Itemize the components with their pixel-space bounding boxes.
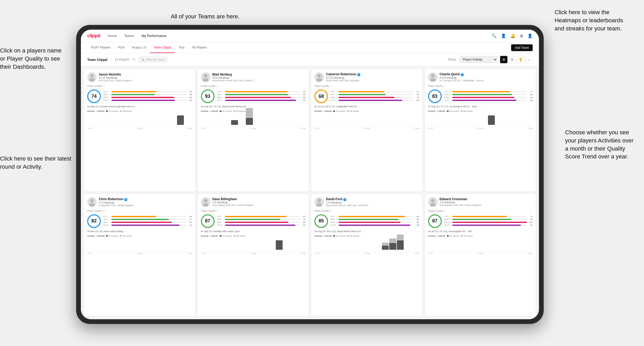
top-nav: clippd Home Teams My Performance 🔍 👤 🔔 ⊕…: [81, 30, 539, 42]
player-name[interactable]: Chris Robertson ✓: [99, 197, 192, 201]
grid-4-button[interactable]: ⊞: [500, 56, 507, 63]
annotation-top-right: Click here to view theHeatmaps or leader…: [555, 8, 623, 33]
recent-activity[interactable]: 26 Aug 23 | 84 (+12), Royal North Devon …: [314, 230, 419, 233]
quality-circle[interactable]: 87: [201, 214, 215, 228]
player-header: Aaron Nicholls 11-15 Handicap Drift Golf…: [87, 72, 192, 82]
mini-chart-canvas: [87, 113, 192, 127]
nav-item-performance[interactable]: My Performance: [142, 34, 167, 38]
sub-nav-tour[interactable]: Tour: [175, 42, 188, 53]
quality-section[interactable]: 83 OTT 77 APP 80 ARG 83 PUT: [428, 89, 533, 103]
player-info: Aaron Nicholls 11-15 Handicap Drift Golf…: [99, 73, 192, 82]
mini-chart-canvas: [314, 238, 419, 252]
player-card[interactable]: Cameron Robertson ✓ 11-15 Handicap Royal…: [311, 69, 422, 191]
player-avatar: [428, 72, 438, 82]
quality-circle[interactable]: 82: [87, 214, 101, 228]
quality-bars: OTT 89 APP 80 ARG 83 PUTT 96: [331, 215, 419, 227]
grid-3-button[interactable]: ⊟: [508, 56, 516, 63]
trophy-button[interactable]: 🏆: [517, 56, 524, 63]
quality-circle[interactable]: 68: [314, 89, 328, 103]
player-name[interactable]: Cameron Robertson ✓: [326, 72, 419, 76]
nav-item-teams[interactable]: Teams: [124, 34, 134, 38]
sub-nav-team-clippd[interactable]: Team Clippd: [150, 42, 175, 53]
player-name[interactable]: David Ford ✓: [326, 197, 419, 201]
sub-nav-all-players[interactable]: All Players: [188, 42, 211, 53]
sub-nav-pga[interactable]: PGA: [114, 42, 128, 53]
recent-activity[interactable]: 18 Jul 23 | 74 (+3), Sunningdale GC - Ol…: [428, 230, 533, 233]
recent-activity[interactable]: 26 Aug 23 | 73 (+1), Royal North Devon G…: [201, 105, 306, 108]
quality-bars: OTT 77 APP 80 ARG 83 PUTT 86: [444, 91, 533, 102]
nav-item-home[interactable]: Home: [108, 34, 117, 38]
player-card[interactable]: Chris Robertson ✓ 1-5 Handicap Craigmill…: [84, 194, 195, 316]
mini-chart-section: Activity · 1 Month On course Off course …: [314, 235, 419, 254]
quality-bars: OTT 60 APP 77 ARG 81 PUTT 91: [103, 215, 192, 227]
mini-chart-canvas: [428, 238, 533, 252]
quality-circle[interactable]: 85: [314, 214, 328, 228]
svg-point-25: [317, 199, 321, 203]
quality-bars: OTT 84 APP 85 ARG 88 PUTT 95: [217, 91, 306, 102]
recent-activity[interactable]: 07 Aug 23 | 77 (+7), St George's Hill GC…: [428, 105, 533, 108]
annotation-top-center: All of your Teams are here.: [171, 13, 240, 21]
edit-icon[interactable]: ✎: [133, 58, 135, 61]
recent-activity[interactable]: 02 Jul 23 | 59 (+17), Craigmillar Park G…: [314, 105, 419, 108]
player-club: Royal Perth Golf Club, Australia: [326, 79, 419, 82]
quality-circle[interactable]: 87: [428, 214, 442, 228]
svg-point-28: [431, 199, 435, 203]
player-card[interactable]: Edward Crossman 1-5 Handicap Sunningdale…: [425, 194, 536, 316]
quality-section[interactable]: 87 OTT 82 APP 74 ARG 85 PUT: [201, 214, 306, 228]
add-team-button[interactable]: Add Team: [511, 44, 533, 51]
player-info: Chris Robertson ✓ 1-5 Handicap Craigmill…: [99, 197, 192, 207]
player-name[interactable]: Dave Billingham: [212, 197, 306, 201]
filter-input[interactable]: 🔍 Filter by name: [138, 57, 167, 62]
recent-activity[interactable]: 04 Sep 23 | Mobility with coach, Gym →: [201, 230, 306, 233]
mini-chart-canvas: [428, 113, 533, 127]
quality-section[interactable]: 82 OTT 60 APP 77 ARG 81 PUT: [87, 214, 192, 228]
player-card[interactable]: Charlie Quick ✓ 6-10 Handicap St. George…: [425, 69, 536, 191]
player-avatar: [201, 197, 210, 207]
quality-circle[interactable]: 93: [201, 89, 215, 103]
quality-section[interactable]: 85 OTT 89 APP 80 ARG 83 PUT: [314, 214, 419, 228]
quality-section[interactable]: 74 OTT 60 APP 58 ARG 84 PUT: [87, 89, 192, 103]
view-icons: ⊞ ⊟ 🏆 ↕: [500, 56, 533, 63]
annotation-left-top: Click on a players nameor Player Quality…: [0, 47, 62, 71]
player-card[interactable]: Blair McHarg Plus Handicap Royal North D…: [198, 69, 309, 191]
user-icon[interactable]: 👤: [501, 33, 506, 38]
quality-section[interactable]: 93 OTT 84 APP 85 ARG 88 PUT: [201, 89, 306, 103]
sub-nav: PGAT Players PGA Hcaps 1-5 Team Clippd T…: [81, 42, 539, 53]
mini-chart-section: Activity · 1 Month On course Off course …: [87, 110, 192, 129]
player-header: Blair McHarg Plus Handicap Royal North D…: [201, 72, 306, 82]
player-handicap: 1-5 Handicap: [326, 201, 419, 204]
quality-circle[interactable]: 74: [87, 89, 101, 103]
avatar-icon[interactable]: 👤: [527, 33, 533, 38]
recent-activity[interactable]: 02 Sep 23 | Sunset round to get back int…: [87, 105, 192, 108]
svg-point-13: [317, 74, 321, 78]
annotation-left-bottom: Click here to see their latestround or A…: [0, 155, 71, 171]
player-info: Dave Billingham 1-5 Handicap Sog Maging …: [212, 197, 306, 206]
sub-nav-hcaps[interactable]: Hcaps 1-5: [128, 42, 150, 53]
player-card[interactable]: David Ford ✓ 1-5 Handicap Royal North De…: [311, 194, 422, 316]
player-card[interactable]: Dave Billingham 1-5 Handicap Sog Maging …: [198, 194, 309, 316]
quality-section[interactable]: 68 OTT 61 APP 63 ARG 75 PUT: [314, 89, 419, 103]
recent-activity[interactable]: 05 Mar 23 | 19, Must make putting →: [87, 230, 192, 233]
search-icon[interactable]: 🔍: [491, 33, 497, 38]
player-name[interactable]: Aaron Nicholls: [99, 73, 192, 76]
player-card[interactable]: Aaron Nicholls 11-15 Handicap Drift Golf…: [84, 69, 195, 191]
quality-label: Player Quality ⓘ: [428, 209, 533, 213]
mini-chart-canvas: [201, 238, 306, 252]
bell-icon[interactable]: 🔔: [510, 33, 516, 38]
player-club: Sunningdale Golf Club, United Kingdom: [440, 204, 533, 206]
sort-button[interactable]: ↕: [525, 56, 533, 63]
settings-icon[interactable]: ⊕: [520, 33, 523, 38]
quality-circle[interactable]: 83: [428, 89, 442, 103]
svg-point-16: [431, 74, 435, 78]
mini-chart-canvas: [314, 113, 419, 127]
player-name[interactable]: Charlie Quick ✓: [440, 72, 533, 76]
mini-chart-section: Activity · 1 Month On course Off course …: [87, 235, 192, 254]
show-select[interactable]: Player Activity Quality Score Trend: [459, 56, 497, 63]
quality-section[interactable]: 87 OTT 73 APP 79 ARG 103 PU: [428, 214, 533, 228]
player-name[interactable]: Blair McHarg: [212, 73, 306, 76]
sub-nav-pgat[interactable]: PGAT Players: [87, 42, 114, 53]
tablet-screen: clippd Home Teams My Performance 🔍 👤 🔔 ⊕…: [81, 30, 539, 319]
player-name[interactable]: Edward Crossman: [440, 197, 533, 201]
player-header: Dave Billingham 1-5 Handicap Sog Maging …: [201, 197, 306, 207]
quality-label: Player Quality ⓘ: [87, 209, 192, 213]
